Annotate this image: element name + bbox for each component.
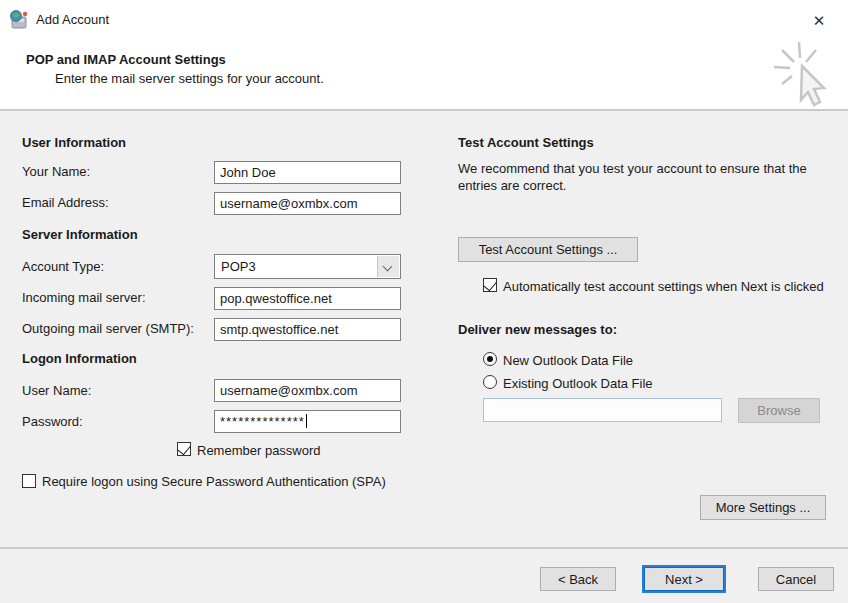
incoming-server-input[interactable] [214, 287, 401, 310]
test-settings-heading: Test Account Settings [458, 135, 594, 150]
more-settings-button[interactable]: More Settings ... [700, 495, 826, 520]
account-type-select[interactable]: POP3 [214, 254, 401, 279]
incoming-server-label: Incoming mail server: [22, 290, 146, 305]
password-label: Password: [22, 414, 83, 429]
account-type-label: Account Type: [22, 259, 104, 274]
spa-checkbox[interactable] [22, 474, 36, 488]
email-label: Email Address: [22, 195, 109, 210]
combo-dropdown-button[interactable] [377, 256, 399, 277]
remember-password-label: Remember password [197, 443, 321, 458]
test-account-settings-button[interactable]: Test Account Settings ... [458, 237, 638, 262]
form-area: User Information Your Name: Email Addres… [0, 113, 848, 547]
outgoing-server-input[interactable] [214, 318, 401, 341]
logon-username-input[interactable] [214, 379, 401, 402]
cancel-button[interactable]: Cancel [758, 567, 834, 591]
your-name-label: Your Name: [22, 164, 90, 179]
auto-test-label: Automatically test account settings when… [503, 278, 835, 295]
page-subtitle: Enter the mail server settings for your … [55, 71, 324, 86]
title-bar: Add Account ✕ [0, 0, 848, 40]
auto-test-checkbox[interactable] [483, 278, 497, 292]
existing-data-file-label: Existing Outlook Data File [503, 376, 653, 391]
user-info-heading: User Information [22, 135, 126, 150]
close-icon[interactable]: ✕ [808, 10, 830, 32]
your-name-input[interactable] [214, 161, 401, 184]
back-button[interactable]: < Back [540, 567, 616, 591]
wizard-header: POP and IMAP Account Settings Enter the … [0, 40, 848, 111]
logon-username-label: User Name: [22, 383, 91, 398]
existing-data-file-radio[interactable] [483, 375, 497, 389]
button-bar: < Back Next > Cancel [0, 547, 848, 603]
spa-label: Require logon using Secure Password Auth… [42, 474, 394, 490]
account-type-value: POP3 [221, 259, 256, 274]
password-masked-value: ************** [220, 414, 305, 429]
outgoing-server-label: Outgoing mail server (SMTP): [22, 321, 194, 336]
page-title: POP and IMAP Account Settings [26, 52, 226, 67]
deliver-heading: Deliver new messages to: [458, 322, 617, 337]
text-caret [306, 414, 307, 428]
chevron-down-icon [384, 263, 392, 271]
logon-info-heading: Logon Information [22, 351, 137, 366]
add-account-icon [8, 9, 30, 31]
new-data-file-radio[interactable] [483, 352, 497, 366]
next-button[interactable]: Next > [644, 567, 724, 591]
browse-button[interactable]: Browse [738, 398, 820, 423]
server-info-heading: Server Information [22, 227, 138, 242]
remember-password-checkbox[interactable] [177, 442, 191, 456]
password-input[interactable]: ************** [214, 410, 401, 433]
window-title: Add Account [36, 12, 109, 27]
data-file-path-input[interactable] [483, 398, 722, 422]
new-data-file-label: New Outlook Data File [503, 353, 633, 368]
email-input[interactable] [214, 192, 401, 215]
click-cursor-icon [772, 40, 834, 108]
test-settings-description: We recommend that you test your account … [458, 160, 836, 194]
add-account-dialog: Add Account ✕ POP and IMAP Account Setti… [0, 0, 848, 603]
